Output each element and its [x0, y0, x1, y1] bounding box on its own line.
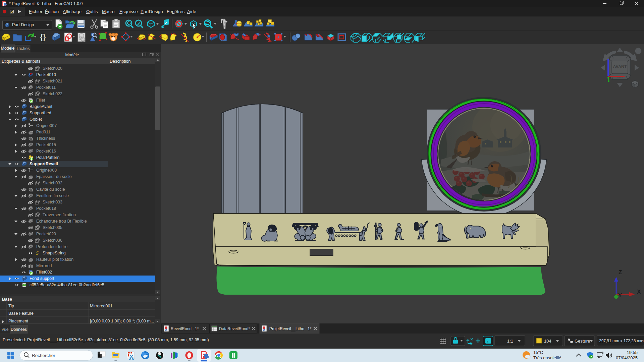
svg-text:Placement: Placement: [8, 319, 29, 323]
svg-text:Vue: Vue: [2, 327, 9, 332]
svg-text:Sketch021: Sketch021: [43, 79, 62, 83]
svg-text:[(0,00 0,00 1,00); 0,00 °; (0,: [(0,00 0,00 1,00); 0,00 °; (0,00 m...: [90, 319, 154, 323]
svg-text:07/04/2025: 07/04/2025: [616, 355, 638, 360]
svg-text:Sketch022: Sketch022: [43, 92, 62, 96]
svg-text:Base Feature: Base Feature: [8, 311, 34, 316]
svg-text:Gesture: Gesture: [575, 339, 590, 344]
svg-text:Pocket011: Pocket011: [36, 85, 56, 90]
svg-text:Epaisseur du socle: Epaisseur du socle: [36, 174, 72, 179]
svg-text:1:1: 1:1: [507, 339, 513, 344]
svg-text:Rechercher: Rechercher: [32, 353, 55, 358]
svg-text:Sketch036: Sketch036: [43, 238, 62, 243]
svg-text:Base: Base: [2, 297, 12, 302]
svg-text:Fillet002: Fillet002: [36, 270, 52, 275]
svg-text:Thickness: Thickness: [36, 136, 55, 141]
svg-text:104: 104: [544, 339, 551, 344]
svg-text:X: X: [637, 289, 641, 295]
svg-text:ShapeString: ShapeString: [43, 251, 66, 255]
svg-text:Y: Y: [618, 292, 622, 299]
svg-text:{}: {}: [40, 32, 46, 41]
svg-text:ReveilRond : 1*: ReveilRond : 1*: [171, 326, 199, 331]
svg-text:Traversee fixation: Traversee fixation: [43, 213, 76, 217]
svg-text:Modèle: Modèle: [1, 46, 15, 51]
svg-text:Cavite du socle: Cavite du socle: [36, 187, 65, 192]
svg-text:BagueAvant: BagueAvant: [30, 104, 52, 109]
svg-text:Très ensoleillé: Très ensoleillé: [533, 355, 561, 360]
svg-text:Tâches: Tâches: [16, 46, 30, 51]
svg-text:ProjetReveil__Litho : 1*: ProjetReveil__Litho : 1*: [269, 326, 312, 331]
svg-text:Fond support: Fond support: [30, 276, 54, 281]
svg-text:PolarPattern: PolarPattern: [36, 155, 60, 160]
svg-text:Sketch035: Sketch035: [43, 225, 62, 230]
svg-text:Tip: Tip: [8, 304, 14, 308]
svg-text:297,91 mm x 172,28 mm: 297,91 mm x 172,28 mm: [599, 339, 644, 343]
svg-text:Description: Description: [110, 59, 131, 64]
svg-text:Hauteur plot fixation: Hauteur plot fixation: [36, 257, 73, 262]
svg-text:Pocket010: Pocket010: [36, 72, 56, 77]
svg-text:Origine007: Origine007: [36, 123, 57, 128]
svg-text:Mirrored001: Mirrored001: [90, 304, 112, 308]
svg-text:Feuillure fin socle: Feuillure fin socle: [36, 193, 69, 198]
svg-text:Goblet: Goblet: [30, 117, 42, 122]
svg-text:Pad011: Pad011: [36, 130, 50, 134]
svg-text:Profondeur lettre: Profondeur lettre: [36, 244, 67, 249]
svg-text:Modèle: Modèle: [65, 53, 79, 57]
svg-text:Origine008: Origine008: [36, 168, 57, 173]
svg-text:15°C: 15°C: [533, 350, 543, 355]
svg-text:Echancrure trou Bt Flexible: Echancrure trou Bt Flexible: [36, 219, 87, 224]
svg-text:Étiquettes & attributs: Étiquettes & attributs: [2, 59, 40, 64]
svg-text:19:55: 19:55: [627, 350, 638, 355]
svg-text:Pocket018: Pocket018: [36, 206, 56, 211]
svg-text:o: o: [487, 340, 488, 344]
svg-text:SupportReveil: SupportReveil: [30, 162, 58, 166]
svg-text:DataReveilRond*: DataReveilRond*: [219, 326, 250, 331]
svg-text:cff52e5e-a82c-4dba-81ee-0b2acd: cff52e5e-a82c-4dba-81ee-0b2acdfef6e5: [30, 283, 104, 287]
svg-text:Données: Données: [11, 327, 27, 332]
svg-text:S: S: [36, 250, 39, 256]
svg-text:Z: Z: [619, 269, 622, 276]
svg-text:Sketch032: Sketch032: [43, 181, 62, 185]
svg-text:Pocket016: Pocket016: [36, 149, 56, 154]
svg-text:SupportLed: SupportLed: [30, 111, 51, 115]
svg-text:AVANT: AVANT: [613, 64, 627, 69]
svg-text:Pocket020: Pocket020: [36, 232, 56, 236]
svg-text:Sketch020: Sketch020: [43, 66, 62, 71]
svg-text:Sketch033: Sketch033: [43, 200, 62, 204]
svg-text:Mirrored: Mirrored: [36, 263, 52, 268]
svg-text:Pocket015: Pocket015: [36, 142, 56, 147]
svg-text:Fillet: Fillet: [36, 98, 45, 103]
